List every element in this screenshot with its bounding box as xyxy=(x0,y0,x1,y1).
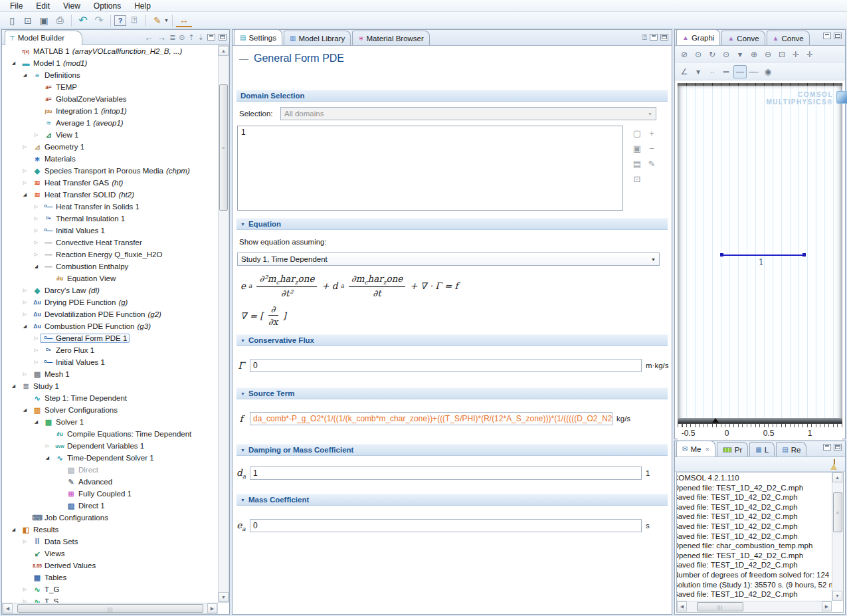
expand-arrow-icon[interactable] xyxy=(21,312,29,317)
tree-item[interactable]: — Convective Heat Transfer xyxy=(3,237,217,249)
messages-tab[interactable]: ▤ Re xyxy=(776,442,806,457)
brush-icon[interactable]: ✎ xyxy=(149,14,165,27)
collapse-all-icon[interactable]: ≣ xyxy=(169,33,175,42)
select-mode-icon[interactable]: ⊙ xyxy=(719,48,733,61)
tree-item[interactable]: ◈ Species Transport in Porous Media (chp… xyxy=(3,165,217,177)
section-source-term[interactable]: ▼ Source Term xyxy=(236,387,668,399)
tree-item[interactable]: ≣ Study 1 xyxy=(3,380,217,392)
expand-arrow-icon[interactable] xyxy=(33,348,40,353)
remove-selection-icon[interactable]: − xyxy=(644,144,659,159)
tree-item[interactable]: ∿ T_S xyxy=(3,595,217,603)
gamma-field[interactable]: 0 xyxy=(250,359,642,372)
expand-arrow-icon[interactable] xyxy=(21,587,29,592)
hide-icon[interactable]: ⊘ xyxy=(678,48,691,61)
expand-arrow-icon[interactable] xyxy=(21,144,29,150)
expand-arrow-icon[interactable] xyxy=(21,539,29,544)
tree-item[interactable]: ∂u Compile Equations: Time Dependent xyxy=(3,428,217,440)
tree-item[interactable]: ▨ Direct xyxy=(3,464,217,476)
save-icon[interactable]: ▣ xyxy=(36,14,52,27)
forward-icon[interactable]: → xyxy=(157,32,166,43)
study-dropdown[interactable]: Study 1, Time Dependent ▼ xyxy=(237,253,660,266)
tree-item[interactable]: ▬ Model 1 (mod1) xyxy=(3,57,217,69)
settings-tab[interactable]: ∗ Material Browser xyxy=(352,31,430,45)
graphics-tab[interactable]: ▲ Conve xyxy=(721,31,765,45)
expand-arrow-icon[interactable] xyxy=(44,455,51,461)
tree-horizontal-scrollbar[interactable]: ◀ ▶ ||| xyxy=(2,603,218,614)
zoom-in-icon[interactable]: ⊕ xyxy=(747,48,761,61)
graphics-canvas[interactable]: COMSOL MULTIPHYSICS® 1 xyxy=(678,83,842,421)
paste-selection-icon[interactable]: ▣ xyxy=(630,144,644,159)
tree-item[interactable]: uvw Dependent Variables 1 xyxy=(3,440,217,452)
minimize-button[interactable] xyxy=(650,34,658,41)
wire-mode-icon[interactable]: ═ xyxy=(719,65,733,78)
tree-item[interactable]: ∫du Integration 1 (intop1) xyxy=(3,105,217,117)
tree-item[interactable]: ▩ Mesh 1 xyxy=(3,368,217,380)
tree-item[interactable]: ▨ Direct 1 xyxy=(3,500,217,512)
tree-item[interactable]: ᴰ— Initial Values 1 xyxy=(3,356,217,368)
maximize-button[interactable] xyxy=(834,444,842,451)
tree-item[interactable]: ⊞ Fully Coupled 1 xyxy=(3,488,217,500)
minimize-button[interactable] xyxy=(823,33,831,39)
menu-item[interactable]: View xyxy=(57,1,86,11)
graphics-tab[interactable]: ▲ Conve xyxy=(767,31,810,45)
tree-item[interactable]: ∿ T_G xyxy=(3,583,217,595)
log-vertical-scrollbar[interactable]: ▲ ▼ ≡ xyxy=(832,472,843,601)
tree-item[interactable]: ⊿ Geometry 1 xyxy=(3,141,217,153)
messages-tab[interactable]: Pr xyxy=(717,442,749,457)
scrollbar-thumb[interactable]: ≡ xyxy=(219,84,228,211)
tree-item[interactable]: — Combustion Enthalpy xyxy=(3,260,217,272)
dropdown-icon[interactable]: ▾ xyxy=(733,48,747,61)
section-mass-coefficient[interactable]: ▼ Mass Coefficient xyxy=(236,494,668,506)
damping-field[interactable]: 1 xyxy=(250,466,642,480)
selection-dropdown[interactable]: All domains ▼ xyxy=(280,107,656,120)
move-up-icon[interactable]: ⇡ xyxy=(189,33,195,42)
maximize-button[interactable] xyxy=(219,34,227,41)
expand-arrow-icon[interactable] xyxy=(10,383,17,389)
messages-tab[interactable]: ▦ L xyxy=(749,442,775,457)
tree-item[interactable]: — Reaction Energy Q_fluxie_H2O xyxy=(3,249,217,260)
expand-arrow-icon[interactable] xyxy=(21,192,29,197)
expand-arrow-icon[interactable] xyxy=(21,300,29,305)
tree-item[interactable]: ≋ Heat Transfer SOLID (ht2) xyxy=(3,189,217,201)
tree-item[interactable]: Δu Devolatilization PDE Function (g2) xyxy=(3,308,217,320)
expand-arrow-icon[interactable] xyxy=(33,240,40,245)
tree-item[interactable]: ✎ Advanced xyxy=(3,476,217,488)
messages-tab[interactable]: ✉ Me × xyxy=(676,441,715,457)
minimize-button[interactable] xyxy=(207,34,215,41)
line-mode-icon[interactable]: — xyxy=(733,65,747,78)
menu-item[interactable]: Options xyxy=(88,1,127,11)
scrollbar-thumb[interactable]: ≡ xyxy=(833,492,842,532)
section-equation[interactable]: ▼ Equation xyxy=(236,218,668,230)
refresh-icon[interactable]: ↻ xyxy=(706,48,719,61)
snapshot-icon[interactable]: ◉ xyxy=(761,65,775,78)
tree-item[interactable]: a= TEMP xyxy=(3,81,217,93)
tree-item[interactable]: ▦ Tables xyxy=(3,571,217,583)
pan-icon[interactable]: ✛ xyxy=(803,48,816,61)
print-icon[interactable]: ⎙ xyxy=(52,14,68,27)
expand-arrow-icon[interactable] xyxy=(10,60,17,66)
clipboard-icon[interactable]: ▤ xyxy=(630,159,644,174)
tree-item[interactable]: ᴰ— Heat Transfer in Solids 1 xyxy=(3,201,217,213)
vertex-mode-icon[interactable]: —∙ xyxy=(747,65,761,78)
tree-item[interactable]: ∗ Materials xyxy=(3,153,217,165)
expand-arrow-icon[interactable] xyxy=(10,527,17,532)
section-conservative-flux[interactable]: ▼ Conservative Flux xyxy=(236,334,668,346)
scrollbar-thumb[interactable]: ||| xyxy=(697,602,743,611)
brush-dropdown-icon[interactable]: ▼ xyxy=(164,18,169,23)
tree-item[interactable]: ∿ Step 1: Time Dependent xyxy=(3,392,217,404)
tree-item[interactable]: ᴰ— General Form PDE 1 xyxy=(3,332,217,344)
geometry-line-segment[interactable] xyxy=(721,255,804,256)
tree-item[interactable]: ∂u Equation View xyxy=(3,272,217,284)
expand-arrow-icon[interactable] xyxy=(33,204,40,209)
log-horizontal-scrollbar[interactable]: ◀ ▶ ||| xyxy=(677,601,832,612)
message-log[interactable]: COMSOL 4.2.1.110Opened file: TEST_1D_42_… xyxy=(676,472,844,613)
expand-arrow-icon[interactable] xyxy=(21,407,29,413)
close-tab-icon[interactable]: × xyxy=(705,445,709,453)
tree-item[interactable]: ◈ Darcy's Law (dl) xyxy=(3,284,217,296)
undo-icon[interactable]: ↶ xyxy=(75,14,91,27)
expand-arrow-icon[interactable] xyxy=(21,72,29,78)
tree-item[interactable]: ◧ Results xyxy=(3,524,217,536)
points-mode-icon[interactable]: ∙∙ xyxy=(706,65,719,78)
graphics-tab[interactable]: ▲ Graphi xyxy=(676,29,720,45)
tree-item[interactable]: ᴰ— Initial Values 1 xyxy=(3,225,217,237)
